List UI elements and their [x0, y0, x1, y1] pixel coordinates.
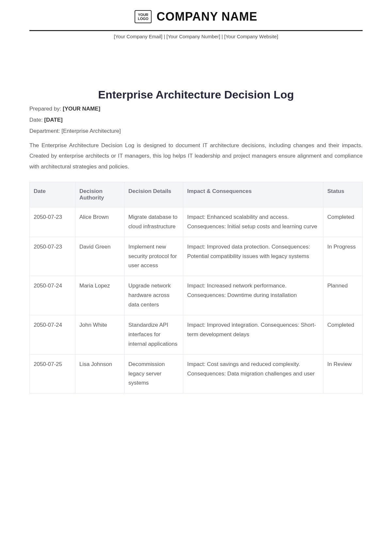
cell-details: Upgrade network hardware across data cen…: [124, 276, 183, 315]
cell-status: Completed: [323, 315, 363, 355]
cell-date: 2050-07-23: [30, 237, 75, 276]
date-line: Date: [DATE]: [29, 117, 363, 123]
col-header-impact: Impact & Consequences: [183, 182, 323, 207]
cell-date: 2050-07-25: [30, 354, 75, 393]
cell-authority: Lisa Johnson: [75, 354, 124, 393]
cell-details: Decommission legacy server systems: [124, 354, 183, 393]
date-value: [DATE]: [44, 117, 62, 123]
cell-authority: Alice Brown: [75, 207, 124, 237]
cell-authority: John White: [75, 315, 124, 355]
table-row: 2050-07-25 Lisa Johnson Decommission leg…: [30, 354, 363, 393]
date-label: Date:: [29, 117, 44, 123]
col-header-status: Status: [323, 182, 363, 207]
logo-placeholder: YOURLOGO: [135, 10, 152, 23]
cell-date: 2050-07-24: [30, 276, 75, 315]
table-row: 2050-07-23 David Green Implement new sec…: [30, 237, 363, 276]
prepared-by-value: [YOUR NAME]: [63, 106, 100, 112]
cell-status: In Progress: [323, 237, 363, 276]
cell-status: In Review: [323, 354, 363, 393]
document-title: Enterprise Architecture Decision Log: [29, 88, 363, 101]
col-header-date: Date: [30, 182, 75, 207]
department-line: Department: [Enterprise Architecture]: [29, 128, 363, 134]
cell-impact: Impact: Increased network performance. C…: [183, 276, 323, 315]
cell-date: 2050-07-23: [30, 207, 75, 237]
table-row: 2050-07-24 Maria Lopez Upgrade network h…: [30, 276, 363, 315]
cell-authority: David Green: [75, 237, 124, 276]
cell-impact: Impact: Enhanced scalability and access.…: [183, 207, 323, 237]
header: YOURLOGO COMPANY NAME: [29, 10, 363, 30]
header-divider: [29, 30, 363, 31]
col-header-authority: Decision Authority: [75, 182, 124, 207]
cell-status: Completed: [323, 207, 363, 237]
prepared-by-label: Prepared by:: [29, 106, 63, 112]
table-row: 2050-07-24 John White Standardize API in…: [30, 315, 363, 355]
cell-details: Migrate database to cloud infrastructure: [124, 207, 183, 237]
cell-authority: Maria Lopez: [75, 276, 124, 315]
prepared-by-line: Prepared by: [YOUR NAME]: [29, 106, 363, 112]
page: YOURLOGO COMPANY NAME [Your Company Emai…: [0, 0, 392, 393]
cell-impact: Impact: Improved data protection. Conseq…: [183, 237, 323, 276]
company-name: COMPANY NAME: [156, 10, 257, 24]
table-row: 2050-07-23 Alice Brown Migrate database …: [30, 207, 363, 237]
cell-date: 2050-07-24: [30, 315, 75, 355]
cell-impact: Impact: Improved integration. Consequenc…: [183, 315, 323, 355]
cell-impact: Impact: Cost savings and reduced complex…: [183, 354, 323, 393]
cell-details: Standardize API interfaces for internal …: [124, 315, 183, 355]
cell-details: Implement new security protocol for user…: [124, 237, 183, 276]
contact-line: [Your Company Email] | [Your Company Num…: [29, 34, 363, 39]
col-header-details: Decision Details: [124, 182, 183, 207]
table-header-row: Date Decision Authority Decision Details…: [30, 182, 363, 207]
cell-status: Planned: [323, 276, 363, 315]
decision-log-table: Date Decision Authority Decision Details…: [29, 182, 363, 393]
table-body: 2050-07-23 Alice Brown Migrate database …: [30, 207, 363, 393]
description: The Enterprise Architecture Decision Log…: [29, 140, 363, 172]
